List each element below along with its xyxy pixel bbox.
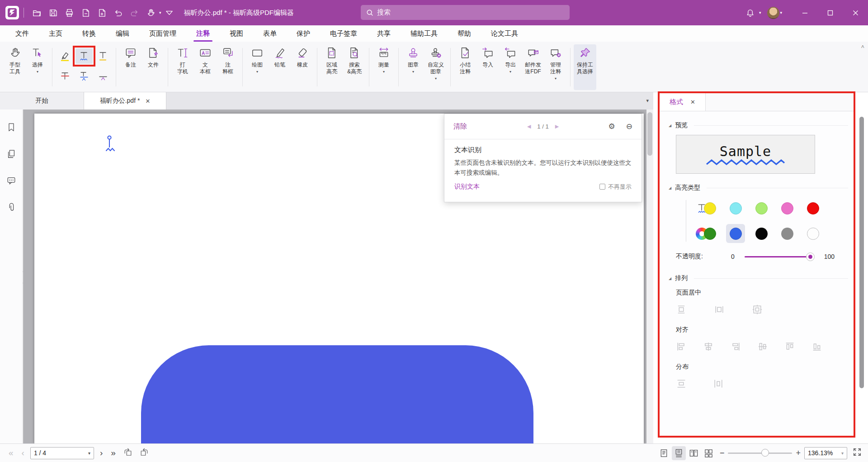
user-avatar[interactable]: [767, 7, 779, 19]
document-scrollbar[interactable]: [646, 110, 653, 443]
opacity-slider[interactable]: [745, 256, 811, 257]
center-both-on-page-icon[interactable]: [752, 304, 763, 315]
menu-item-home[interactable]: 主页: [39, 25, 72, 42]
facing-view-button[interactable]: [687, 446, 701, 460]
highlight-tool-button[interactable]: [57, 48, 74, 64]
search-and-highlight-button[interactable]: 搜索 &高亮: [343, 44, 366, 90]
textbox-button[interactable]: 文 本框: [194, 44, 217, 90]
opacity-slider-thumb[interactable]: [806, 252, 815, 261]
print-icon[interactable]: [61, 5, 77, 20]
select-tool-button[interactable]: 选择 ▾: [26, 44, 49, 90]
clear-button[interactable]: 清除: [453, 122, 467, 131]
zoom-level-input[interactable]: 136.13% ▾: [804, 447, 847, 459]
strikeout-tool-button[interactable]: [57, 68, 74, 84]
minimize-button[interactable]: [792, 0, 817, 25]
menu-item-esign[interactable]: 电子签章: [320, 25, 367, 42]
close-button[interactable]: [843, 0, 868, 25]
menu-item-help[interactable]: 帮助: [448, 25, 481, 42]
format-panel-scrollbar-thumb[interactable]: [859, 117, 864, 388]
align-vertical-center-icon[interactable]: [757, 341, 768, 352]
callout-button[interactable]: 注 释框: [217, 44, 239, 90]
menu-item-file[interactable]: 文件: [5, 25, 39, 42]
zoom-dropdown-caret-icon[interactable]: ▾: [841, 451, 844, 456]
stamp-button[interactable]: 图章 ▾: [402, 44, 425, 90]
page-number-input[interactable]: 1 / 4 ▾: [30, 447, 94, 459]
highlight-type-section-header[interactable]: ◢ 高亮类型: [676, 184, 854, 192]
color-swatch-red[interactable]: [807, 202, 819, 214]
attachments-panel-icon[interactable]: [6, 202, 16, 214]
popup-next-page-icon[interactable]: ▶: [555, 124, 559, 129]
distribute-horizontal-icon[interactable]: [713, 378, 724, 389]
menu-item-share[interactable]: 共享: [367, 25, 401, 42]
new-page-icon[interactable]: [94, 5, 110, 20]
replace-text-tool-button[interactable]: [75, 68, 93, 84]
dont-show-again-control[interactable]: 不再显示: [599, 183, 632, 191]
menu-item-view[interactable]: 视图: [220, 25, 253, 42]
recognize-text-link[interactable]: 识别文本: [454, 183, 480, 191]
zoom-slider-thumb[interactable]: [761, 449, 769, 457]
previous-page-button[interactable]: ‹: [18, 448, 28, 458]
hand-quick-icon[interactable]: [142, 5, 159, 20]
zoom-out-button[interactable]: −: [716, 448, 728, 458]
tab-list-caret-icon[interactable]: ▾: [646, 98, 649, 104]
format-tab-close-icon[interactable]: ✕: [690, 99, 695, 105]
color-swatch-pink[interactable]: [781, 202, 793, 214]
arrange-section-header[interactable]: ◢ 排列: [676, 274, 854, 282]
format-tab[interactable]: 格式 ✕: [660, 93, 706, 111]
color-swatch-green[interactable]: [704, 228, 716, 240]
collapse-ribbon-icon[interactable]: ˄: [861, 43, 864, 50]
avatar-caret-icon[interactable]: ▾: [780, 10, 782, 15]
align-top-icon[interactable]: [784, 341, 795, 352]
tab-close-icon[interactable]: ✕: [145, 98, 150, 105]
document-scrollbar-thumb[interactable]: [647, 112, 652, 156]
bell-caret-icon[interactable]: ▾: [759, 10, 761, 15]
open-file-icon[interactable]: [28, 5, 45, 20]
eraser-button[interactable]: 橡皮: [291, 44, 314, 90]
hand-quick-caret-icon[interactable]: ▾: [159, 10, 161, 15]
rotate-right-button[interactable]: [136, 448, 152, 458]
center-horizontal-on-page-icon[interactable]: [714, 304, 725, 315]
maximize-button[interactable]: [817, 0, 843, 25]
dont-show-checkbox[interactable]: [599, 184, 605, 190]
last-page-button[interactable]: »: [107, 448, 120, 458]
menu-item-edit[interactable]: 编辑: [106, 25, 139, 42]
color-swatch-yellow[interactable]: [704, 202, 716, 214]
file-attachment-button[interactable]: 文件: [142, 44, 165, 90]
notification-bell-icon[interactable]: [742, 5, 759, 20]
pencil-button[interactable]: 铅笔: [269, 44, 291, 90]
squiggly-underline-tool-button-selected[interactable]: [75, 48, 93, 64]
single-page-view-button[interactable]: [657, 446, 671, 460]
menu-item-organize[interactable]: 页面管理: [139, 25, 186, 42]
comments-panel-icon[interactable]: [6, 176, 16, 187]
keep-tool-selected-toggle[interactable]: 保持工 具选择: [574, 44, 596, 90]
align-left-icon[interactable]: [676, 341, 687, 352]
center-vertical-on-page-icon[interactable]: [676, 304, 687, 315]
drawing-button[interactable]: 绘图 ▾: [246, 44, 269, 90]
import-comments-button[interactable]: 导入: [476, 44, 499, 90]
area-highlight-button[interactable]: 区域 高亮: [321, 44, 343, 90]
customize-toolbar-icon[interactable]: [161, 5, 178, 20]
align-right-icon[interactable]: [730, 341, 741, 352]
save-icon[interactable]: [45, 5, 61, 20]
search-input[interactable]: 搜索: [361, 5, 570, 20]
manage-comments-button[interactable]: 管理 注释 ▾: [544, 44, 567, 90]
popup-settings-gear-icon[interactable]: ⚙: [609, 122, 615, 131]
export-comments-button[interactable]: 导出 ▾: [499, 44, 522, 90]
bookmarks-panel-icon[interactable]: [6, 122, 16, 134]
zoom-in-button[interactable]: +: [792, 448, 804, 458]
custom-stamp-button[interactable]: 自定义 图章 ▾: [425, 44, 447, 90]
popup-minimize-icon[interactable]: ⊖: [626, 122, 632, 131]
color-swatch-blue-selected[interactable]: [730, 228, 742, 240]
hand-tool-button[interactable]: 手型 工具: [4, 44, 26, 90]
color-swatch-cyan[interactable]: [730, 202, 742, 214]
tab-start[interactable]: 开始: [0, 92, 84, 110]
undo-icon[interactable]: [110, 5, 126, 20]
typewriter-button[interactable]: 打 字机: [171, 44, 194, 90]
color-swatch-black[interactable]: [755, 228, 768, 240]
preview-section-header[interactable]: ◢ 预览: [676, 121, 854, 129]
continuous-view-button-selected[interactable]: [672, 446, 686, 460]
menu-item-thesis-tools[interactable]: 论文工具: [481, 25, 528, 42]
summarize-comments-button[interactable]: 小结 注释: [454, 44, 476, 90]
menu-item-form[interactable]: 表单: [253, 25, 287, 42]
rotate-left-button[interactable]: [120, 448, 136, 458]
